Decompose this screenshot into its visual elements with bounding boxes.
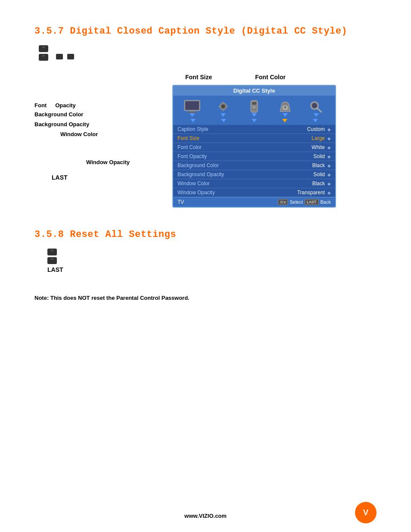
icon-monitor	[181, 99, 203, 117]
ctrl-select-text: Select	[290, 199, 303, 205]
arrow-remote	[252, 113, 257, 117]
menu-item-font-color[interactable]: Font Color White ◆	[173, 143, 335, 152]
menu-item-label-background-opacity: Background Opacity	[177, 171, 224, 177]
menu-item-label-window-opacity: Window Opacity	[177, 190, 215, 196]
label-opacity: Opacity	[55, 102, 76, 109]
remote-icons-358	[47, 249, 377, 264]
section-357-title: 3.5.7 Digital Closed Caption Style (Digi…	[34, 26, 377, 37]
icon-settings	[212, 99, 234, 117]
menu-item-value-background-opacity: Solid ◆	[313, 171, 331, 177]
arrow-settings	[221, 113, 226, 117]
icon-search	[305, 99, 327, 117]
svg-point-12	[284, 106, 286, 108]
menu-item-caption-style[interactable]: Caption Style Custom ◆	[173, 125, 335, 134]
arrow-parental	[283, 113, 288, 117]
arrow-row2-4-selected	[282, 119, 287, 122]
last-label-358: LAST	[47, 266, 377, 273]
vizio-logo: V	[355, 502, 377, 523]
menu-item-value-font-color: White ◆	[311, 144, 331, 150]
section-358-title: 3.5.8 Reset All Settings	[34, 229, 377, 240]
remote-button-left	[56, 54, 63, 59]
tv-icons-row	[173, 96, 335, 119]
ctrl-back-text: Back	[321, 199, 331, 205]
menu-item-label-font-size: Font Size	[177, 135, 199, 141]
tv-footer-tv: TV	[177, 199, 184, 205]
arrow-monitor	[190, 113, 195, 117]
tv-menu: Digital CC Style	[172, 85, 336, 208]
menu-item-value-caption-style: Custom ◆	[307, 126, 331, 132]
arrow-row2-3	[252, 119, 257, 122]
svg-rect-3	[188, 112, 196, 113]
page-footer: www.VIZIO.com	[0, 513, 411, 519]
menu-item-label-font-opacity: Font Opacity	[177, 153, 207, 159]
menu-item-label-caption-style: Caption Style	[177, 126, 208, 132]
tv-menu-title: Digital CC Style	[173, 86, 335, 96]
menu-item-value-window-color: Black ◆	[312, 180, 331, 187]
note-text: Note: This does NOT reset the Parental C…	[34, 295, 377, 301]
menu-item-background-color[interactable]: Background Color Black ◆	[173, 161, 335, 170]
arrow-row2-1	[190, 119, 196, 122]
label-font: Font	[34, 102, 47, 109]
label-window-opacity: Window Opacity	[86, 159, 130, 165]
icon-parental	[274, 99, 296, 117]
menu-item-value-font-size: Large ◆	[311, 135, 331, 141]
tv-menu-footer: TV ⊙± Select LAST Back	[173, 197, 335, 207]
arrow-row2-2	[221, 119, 226, 122]
svg-rect-9	[252, 109, 254, 110]
remote-icons-357	[34, 45, 377, 61]
remote-btn-up-358	[47, 249, 57, 255]
svg-rect-1	[185, 101, 199, 110]
menu-item-font-opacity[interactable]: Font Opacity Solid ◆	[173, 152, 335, 161]
header-font-size: Font Size	[185, 74, 212, 81]
vizio-logo-text: V	[363, 508, 368, 517]
menu-item-value-background-color: Black ◆	[312, 162, 331, 168]
arrow-row2-5	[313, 119, 318, 122]
remote-button-down	[39, 54, 48, 61]
footer-url: www.VIZIO.com	[184, 513, 227, 519]
menu-item-label-window-color: Window Color	[177, 180, 210, 187]
menu-item-window-color[interactable]: Window Color Black ◆	[173, 179, 335, 188]
svg-rect-10	[255, 109, 256, 110]
arrow-search	[314, 113, 319, 117]
tv-menu-items: Caption Style Custom ◆ Font Size Large ◆…	[173, 125, 335, 197]
ctrl-badge-select: ⊙±	[278, 199, 288, 205]
last-label-357: LAST	[52, 174, 164, 181]
svg-point-14	[312, 103, 317, 108]
remote-button-right	[67, 54, 74, 59]
menu-item-value-font-opacity: Solid ◆	[313, 153, 331, 159]
menu-item-font-size[interactable]: Font Size Large ◆	[173, 134, 335, 143]
remote-button-up	[39, 45, 48, 52]
label-background-opacity: Background Opacity	[34, 121, 89, 128]
header-font-color: Font Color	[255, 74, 286, 81]
menu-item-background-opacity[interactable]: Background Opacity Solid ◆	[173, 170, 335, 179]
remote-btn-down-358	[47, 257, 57, 264]
menu-item-window-opacity[interactable]: Window Opacity Transparent ◆	[173, 188, 335, 197]
menu-item-label-font-color: Font Color	[177, 144, 202, 150]
svg-rect-7	[252, 102, 256, 105]
svg-line-15	[317, 108, 321, 112]
label-background-color: Background Color	[34, 111, 83, 118]
section-358: 3.5.8 Reset All Settings LAST Note: This…	[34, 229, 377, 301]
menu-item-label-background-color: Background Color	[177, 162, 219, 168]
label-window-color: Window Color	[60, 131, 98, 137]
svg-point-5	[221, 105, 225, 108]
ctrl-badge-last: LAST	[305, 199, 319, 205]
menu-item-value-window-opacity: Transparent ◆	[297, 190, 331, 196]
icon-remote	[243, 99, 265, 117]
svg-point-8	[253, 106, 255, 108]
